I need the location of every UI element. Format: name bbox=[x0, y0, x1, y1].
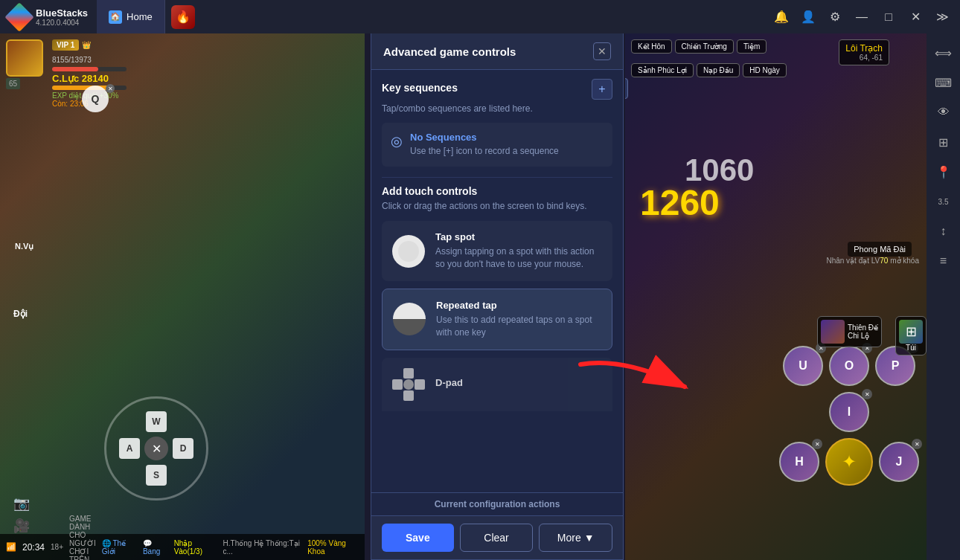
app-name: BlueStacks bbox=[36, 7, 88, 19]
key-h-close[interactable]: ✕ bbox=[812, 439, 822, 449]
touch-controls-title: Add touch controls bbox=[382, 185, 612, 197]
no-sequences-content: No Sequences Use the [+] icon to record … bbox=[410, 132, 559, 158]
key-a[interactable]: A bbox=[119, 438, 140, 459]
sidebar-resize-icon[interactable]: ⟺ bbox=[930, 39, 957, 66]
tap-spot-title: Tap spot bbox=[435, 231, 602, 242]
key-sequences-title: Key sequences bbox=[382, 82, 458, 94]
bluestacks-logo: BlueStacks 4.120.0.4004 bbox=[0, 7, 97, 28]
no-sequences-desc: Use the [+] icon to record a sequence bbox=[410, 145, 559, 158]
camera-icon[interactable]: 📷 bbox=[13, 495, 30, 512]
input-hint: Nhập Vào(1/3) bbox=[174, 539, 217, 556]
btn-hd-ngay[interactable]: HD Ngày bbox=[743, 63, 787, 77]
top-menu-btns: Kết Hôn Chiến Trường Tiệm bbox=[631, 39, 767, 54]
tui-btn[interactable]: ⊞ Túi bbox=[895, 316, 927, 355]
tap-spot-content: Tap spot Assign tapping on a spot with t… bbox=[435, 231, 602, 271]
current-config-label: Current configuration actions bbox=[435, 499, 560, 509]
thien-de-btn[interactable]: Thiên ĐếChi Lộ bbox=[817, 316, 882, 347]
minimize-icon[interactable]: — bbox=[850, 5, 874, 29]
maximize-icon[interactable]: □ bbox=[877, 5, 900, 29]
clear-button[interactable]: Clear bbox=[460, 524, 534, 552]
video-icon[interactable]: 🎥 bbox=[13, 518, 30, 534]
repeated-tap-content: Repeated tap Use this to add repeated ta… bbox=[436, 300, 601, 339]
sequence-icon: ◎ bbox=[391, 133, 403, 149]
sidebar-eye-icon[interactable]: 👁 bbox=[930, 99, 957, 126]
sidebar-scroll-icon[interactable]: ↕ bbox=[930, 218, 957, 245]
key-sequences-desc: Tap/combo sequences are listed here. bbox=[382, 103, 612, 115]
special-skill-btn[interactable]: ✦ bbox=[825, 438, 873, 486]
damage-number-2: 1060 bbox=[685, 152, 754, 188]
key-i-close[interactable]: ✕ bbox=[862, 389, 872, 399]
expand-left-btn[interactable]: ▶ bbox=[625, 78, 628, 99]
tui-label: Túi bbox=[899, 344, 923, 352]
hp-stat: 8155/13973 bbox=[52, 56, 92, 64]
more-chevron-icon: ▼ bbox=[584, 532, 595, 544]
settings-icon[interactable]: ⚙ bbox=[823, 5, 847, 29]
more-button[interactable]: More ▼ bbox=[539, 524, 612, 552]
nvu-label: N.Vụ bbox=[15, 242, 33, 251]
agc-body[interactable]: Key sequences + Tap/combo sequences are … bbox=[371, 70, 623, 492]
damage-number-1: 1260 bbox=[640, 182, 720, 223]
game-area-left: VIP 1 👑 8155/13973 C.Lực 28140 EXP diệt … bbox=[0, 33, 365, 560]
btn-nap-dau[interactable]: Nạp Đầu bbox=[697, 63, 740, 77]
chat-btn[interactable]: 💬 Bang bbox=[143, 539, 168, 556]
no-sequences-title: No Sequences bbox=[410, 132, 559, 143]
agc-title: Advanced game controls bbox=[383, 45, 516, 58]
right-sidebar: ⟺ ⌨ 👁 ⊞ 📍 3.5 ↕ ≡ bbox=[927, 33, 960, 560]
tab-game[interactable]: 🔥 bbox=[165, 0, 201, 33]
sidebar-keyboard-icon[interactable]: ⌨ bbox=[930, 69, 957, 96]
key-w[interactable]: W bbox=[146, 411, 167, 432]
wasd-joystick: W A D S ✕ bbox=[104, 396, 208, 501]
tab-home[interactable]: 🏠 Home bbox=[97, 0, 165, 33]
expand-icon[interactable]: ≫ bbox=[930, 5, 954, 29]
sidebar-grid-icon[interactable]: ⊞ bbox=[930, 129, 957, 155]
agc-close-button[interactable]: ✕ bbox=[593, 42, 611, 60]
key-q-close[interactable]: ✕ bbox=[106, 84, 115, 93]
save-button[interactable]: Save bbox=[382, 524, 454, 552]
btn-ket-hon[interactable]: Kết Hôn bbox=[631, 39, 672, 54]
action-keys: U ✕ O ✕ P ✕ I ✕ bbox=[779, 346, 919, 486]
repeated-tap-icon bbox=[393, 303, 426, 335]
doi-label: Đội bbox=[13, 309, 28, 319]
dpad-title: D-pad bbox=[435, 377, 463, 388]
no-sequences-box: ◎ No Sequences Use the [+] icon to recor… bbox=[382, 123, 612, 167]
vip-badge: VIP 1 bbox=[52, 39, 79, 51]
key-q[interactable]: Q bbox=[82, 86, 109, 112]
logo-icon bbox=[4, 2, 34, 32]
key-j-close[interactable]: ✕ bbox=[912, 439, 922, 449]
btn-sanh-phuc-loi[interactable]: Sảnh Phúc Lợi bbox=[631, 63, 694, 77]
tap-spot-card[interactable]: Tap spot Assign tapping on a spot with t… bbox=[382, 221, 612, 281]
logo-text: BlueStacks 4.120.0.4004 bbox=[36, 7, 88, 27]
repeated-tap-title: Repeated tap bbox=[436, 300, 601, 311]
add-sequence-button[interactable]: + bbox=[592, 79, 612, 100]
btn-tiem[interactable]: Tiệm bbox=[737, 39, 767, 54]
close-icon[interactable]: ✕ bbox=[903, 5, 927, 29]
wasd-center: ✕ bbox=[144, 437, 168, 460]
key-d[interactable]: D bbox=[173, 438, 193, 459]
sidebar-lines-icon[interactable]: ≡ bbox=[930, 248, 957, 274]
currency: 100% Vàng Khoa bbox=[307, 539, 359, 556]
dpad-partial-card[interactable]: D-pad bbox=[382, 358, 612, 411]
divider-1 bbox=[382, 177, 612, 178]
sidebar-location-icon[interactable]: 📍 bbox=[930, 158, 957, 185]
agc-panel: Advanced game controls ✕ Key sequences +… bbox=[371, 33, 624, 560]
map-btn[interactable]: 🌐 Thế Giới bbox=[102, 539, 137, 556]
hp-bar bbox=[52, 67, 127, 71]
key-sequences-header: Key sequences + bbox=[382, 79, 612, 100]
game-bottom-bar: 📶 20:34 18+ GAME DÀNH CHO NGƯỜI CHƠI TRÊ… bbox=[0, 534, 365, 560]
key-s[interactable]: S bbox=[146, 465, 167, 486]
tui-icon: ⊞ bbox=[899, 320, 923, 344]
location-coords: 64, -61 bbox=[845, 54, 883, 62]
touch-controls-desc: Click or drag the actions on the screen … bbox=[382, 200, 612, 213]
sidebar-dpi-label: 3.5 bbox=[930, 188, 957, 215]
hp-fill bbox=[52, 67, 98, 71]
btn-chien-truong[interactable]: Chiến Trường bbox=[675, 39, 734, 54]
notification-icon[interactable]: 🔔 bbox=[769, 5, 793, 29]
level-badge: 65 bbox=[6, 78, 20, 89]
repeated-tap-card[interactable]: Repeated tap Use this to add repeated ta… bbox=[382, 289, 612, 350]
more-label: More bbox=[557, 532, 581, 544]
current-config-bar: Current configuration actions bbox=[371, 492, 623, 515]
profile-icon[interactable]: 👤 bbox=[796, 5, 820, 29]
location-info: Lôi Trạch 64, -61 bbox=[839, 39, 889, 65]
crown-icon: 👑 bbox=[82, 41, 91, 49]
dpad-content: D-pad bbox=[435, 377, 463, 391]
